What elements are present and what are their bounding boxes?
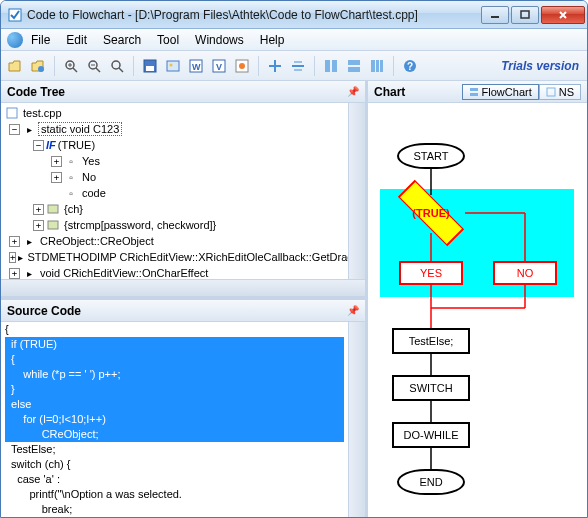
svg-line-9 [96, 68, 100, 72]
func-icon: ▸ [22, 267, 36, 279]
code-tree[interactable]: test.cpp − ▸ static void C123 − IF (TRUE… [1, 103, 348, 279]
svg-rect-29 [380, 60, 383, 72]
maximize-button[interactable] [511, 6, 539, 24]
switch-icon [46, 219, 60, 231]
func-icon: ▸ [18, 251, 23, 263]
tree-toggle[interactable]: + [51, 172, 62, 183]
expand-icon[interactable] [265, 56, 285, 76]
pin-icon[interactable]: 📌 [347, 305, 359, 316]
tree-item[interactable]: STDMETHODIMP CRichEditView::XRichEditOle… [25, 251, 348, 263]
svg-rect-24 [332, 60, 337, 72]
tree-ch[interactable]: {ch} [62, 203, 85, 215]
export-visio-icon[interactable]: V [209, 56, 229, 76]
tree-no[interactable]: No [80, 171, 98, 183]
tree-root[interactable]: test.cpp [21, 107, 64, 119]
zoom-fit-icon[interactable] [107, 56, 127, 76]
tree-toggle[interactable]: + [9, 236, 20, 247]
collapse-icon[interactable] [288, 56, 308, 76]
svg-point-3 [38, 66, 44, 72]
tab-ns[interactable]: NS [539, 84, 581, 100]
tree-toggle[interactable]: + [9, 252, 16, 263]
tree-item[interactable]: void CRichEditView::OnCharEffect [38, 267, 210, 279]
menu-tool[interactable]: Tool [149, 31, 187, 49]
svg-rect-37 [547, 88, 555, 96]
tree-toggle[interactable]: + [33, 220, 44, 231]
svg-rect-28 [376, 60, 379, 72]
src-line: case 'a' : [5, 473, 60, 485]
tree-toggle[interactable]: + [33, 204, 44, 215]
open-file-icon[interactable] [5, 56, 25, 76]
minimize-button[interactable] [481, 6, 509, 24]
menu-file[interactable]: File [23, 31, 58, 49]
src-line: break; [5, 503, 72, 515]
file-icon [5, 107, 19, 119]
svg-rect-23 [325, 60, 330, 72]
tree-scrollbar[interactable] [348, 103, 365, 279]
tree-toggle[interactable]: − [33, 140, 44, 151]
svg-text:?: ? [407, 61, 413, 72]
src-line: while (*p == ' ') p++; [5, 367, 344, 382]
flow-decision[interactable]: (TRUE) [396, 193, 466, 233]
flowchart-canvas[interactable]: START (TRUE) YES NO TestElse; SWITCH DO-… [368, 103, 587, 517]
svg-line-12 [119, 68, 123, 72]
app-menu-icon[interactable] [7, 32, 23, 48]
source-scrollbar[interactable] [348, 322, 365, 517]
save-icon[interactable] [140, 56, 160, 76]
export-svg-icon[interactable] [232, 56, 252, 76]
svg-rect-32 [7, 108, 17, 118]
svg-text:W: W [192, 62, 201, 72]
menu-search[interactable]: Search [95, 31, 149, 49]
tree-strcmp[interactable]: {strcmp[password, checkword]} [62, 219, 218, 231]
code-tree-title: Code Tree [7, 85, 65, 99]
if-keyword: IF [46, 139, 56, 151]
layout3-icon[interactable] [367, 56, 387, 76]
close-button[interactable] [541, 6, 585, 24]
tree-yes[interactable]: Yes [80, 155, 102, 167]
flow-switch[interactable]: SWITCH [392, 375, 470, 401]
titlebar[interactable]: Code to Flowchart - [D:\Program Files\At… [1, 1, 587, 29]
tree-toggle[interactable]: + [51, 156, 62, 167]
block-icon: ▫ [64, 155, 78, 167]
zoom-out-icon[interactable] [84, 56, 104, 76]
tab-flowchart[interactable]: FlowChart [462, 84, 539, 100]
flow-start[interactable]: START [397, 143, 465, 169]
help-icon[interactable]: ? [400, 56, 420, 76]
tree-static-void[interactable]: static void C123 [38, 122, 122, 136]
pin-icon[interactable]: 📌 [347, 86, 359, 97]
src-line: CReObject; [5, 427, 344, 442]
export-word-icon[interactable]: W [186, 56, 206, 76]
flow-no[interactable]: NO [493, 261, 557, 285]
svg-point-16 [170, 63, 173, 66]
flow-end[interactable]: END [397, 469, 465, 495]
func-icon: ▸ [22, 235, 36, 247]
flow-yes[interactable]: YES [399, 261, 463, 285]
tree-toggle[interactable]: + [9, 268, 20, 279]
menu-windows[interactable]: Windows [187, 31, 252, 49]
src-line: TestElse; [5, 443, 56, 455]
tree-hscrollbar[interactable] [1, 279, 365, 296]
open-project-icon[interactable] [28, 56, 48, 76]
src-line: } [5, 382, 344, 397]
src-line: { [5, 323, 9, 335]
source-title: Source Code [7, 304, 81, 318]
app-icon [7, 7, 23, 23]
tree-item[interactable]: CReObject::CReObject [38, 235, 156, 247]
menu-edit[interactable]: Edit [58, 31, 95, 49]
source-code[interactable]: { if (TRUE) { while (*p == ' ') p++; } e… [1, 322, 348, 517]
menubar: File Edit Search Tool Windows Help [1, 29, 587, 51]
block-icon: ▫ [64, 171, 78, 183]
svg-rect-26 [348, 67, 360, 72]
layout2-icon[interactable] [344, 56, 364, 76]
export-image-icon[interactable] [163, 56, 183, 76]
tree-code[interactable]: code [80, 187, 108, 199]
trials-label: Trials version [501, 59, 583, 73]
code-tree-header: Code Tree 📌 [1, 81, 365, 103]
tree-toggle[interactable]: − [9, 124, 20, 135]
flow-dowhile[interactable]: DO-WHILE [392, 422, 470, 448]
flow-testelse[interactable]: TestElse; [392, 328, 470, 354]
layout1-icon[interactable] [321, 56, 341, 76]
svg-rect-35 [470, 88, 478, 91]
zoom-in-icon[interactable] [61, 56, 81, 76]
tree-if-true[interactable]: (TRUE) [56, 139, 97, 151]
menu-help[interactable]: Help [252, 31, 293, 49]
